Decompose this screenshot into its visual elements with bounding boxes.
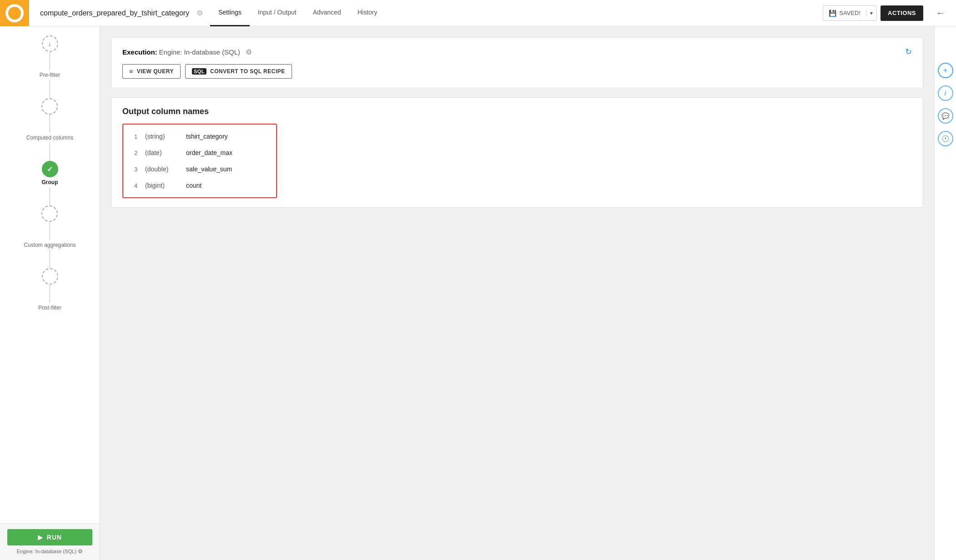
saved-button[interactable]: 💾 SAVED! ▾ bbox=[823, 5, 877, 21]
content-area: Execution: Engine: In-database (SQL) ⚙ ↻… bbox=[100, 26, 934, 560]
pipeline-item-prefilter: ↓ Pre-filter bbox=[40, 35, 60, 98]
play-icon: ▶ bbox=[38, 534, 43, 541]
left-sidebar: ↓ Pre-filter Computed columns ✓ Group bbox=[0, 26, 100, 560]
pipeline-item-computed: Computed columns bbox=[26, 98, 73, 161]
tab-advanced[interactable]: Advanced bbox=[305, 0, 349, 26]
pipeline-line bbox=[50, 285, 50, 303]
col-type-2: (date) bbox=[145, 149, 186, 156]
settings-gear-icon: ⚙ bbox=[196, 9, 203, 17]
group-label[interactable]: Group bbox=[42, 179, 58, 185]
pipeline-line bbox=[50, 80, 50, 98]
execution-card: Execution: Engine: In-database (SQL) ⚙ ↻… bbox=[111, 37, 923, 88]
col-name-4: count bbox=[186, 182, 201, 189]
pipeline-item-postfilter: Post-filter bbox=[38, 268, 61, 313]
execution-gear-icon[interactable]: ⚙ bbox=[246, 48, 252, 56]
actions-button[interactable]: ACTIONS bbox=[881, 5, 923, 21]
clock-icon: 🕐 bbox=[941, 135, 949, 142]
pipeline-line bbox=[50, 250, 50, 268]
columns-table: 1 (string) tshirt_category 2 (date) orde… bbox=[122, 124, 277, 198]
group-circle: ✓ bbox=[42, 161, 58, 177]
convert-sql-button[interactable]: SQL CONVERT TO SQL RECIPE bbox=[185, 64, 292, 79]
pipeline-line bbox=[50, 115, 50, 133]
col-num-2: 2 bbox=[134, 150, 145, 156]
execution-line: Execution: Engine: In-database (SQL) ⚙ ↻ bbox=[122, 47, 912, 57]
clock-button[interactable]: 🕐 bbox=[938, 131, 953, 146]
logo-inner bbox=[8, 7, 21, 20]
col-type-3: (double) bbox=[145, 165, 186, 173]
nav-tabs: Settings Input / Output Advanced History bbox=[210, 0, 385, 26]
execution-label: Execution: bbox=[122, 48, 157, 56]
logo-area[interactable] bbox=[0, 0, 29, 26]
pipeline-item-group: ✓ Group bbox=[42, 161, 58, 205]
saved-chevron-icon[interactable]: ▾ bbox=[866, 10, 876, 16]
col-num-3: 3 bbox=[134, 166, 145, 173]
engine-label: Engine: In-database (SQL) ⚙ bbox=[7, 548, 92, 555]
tab-history[interactable]: History bbox=[349, 0, 386, 26]
check-icon: ✓ bbox=[47, 165, 53, 174]
recipe-title: compute_orders_prepared_by_tshirt_catego… bbox=[40, 9, 189, 17]
pipeline-line bbox=[50, 143, 50, 161]
col-type-1: (string) bbox=[145, 133, 186, 140]
plus-icon: + bbox=[943, 66, 947, 75]
execution-text: Execution: Engine: In-database (SQL) ⚙ bbox=[122, 48, 252, 56]
pipeline-line bbox=[50, 52, 50, 70]
pipeline-line bbox=[50, 222, 50, 240]
tab-settings[interactable]: Settings bbox=[210, 0, 250, 26]
logo-icon bbox=[5, 4, 24, 22]
col-name-3: sale_value_sum bbox=[186, 165, 232, 173]
chat-button[interactable]: 💬 bbox=[938, 108, 953, 124]
col-type-4: (bigint) bbox=[145, 182, 186, 189]
aggregations-circle bbox=[41, 205, 58, 222]
add-button[interactable]: + bbox=[938, 63, 953, 78]
view-query-icon: ≡ bbox=[129, 68, 133, 75]
aggregations-label[interactable]: Custom aggregations bbox=[24, 242, 75, 248]
col-row-4: 4 (bigint) count bbox=[131, 177, 269, 194]
chat-icon: 💬 bbox=[941, 112, 949, 120]
pipeline-wrapper: ↓ Pre-filter Computed columns ✓ Group bbox=[0, 35, 100, 367]
down-arrow-icon: ↓ bbox=[48, 40, 51, 47]
top-header: compute_orders_prepared_by_tshirt_catego… bbox=[0, 0, 956, 26]
info-icon: i bbox=[945, 90, 946, 97]
computed-label[interactable]: Computed columns bbox=[26, 135, 73, 141]
output-card: Output column names 1 (string) tshirt_ca… bbox=[111, 97, 923, 208]
col-name-1: tshirt_category bbox=[186, 133, 228, 140]
btn-row: ≡ VIEW QUERY SQL CONVERT TO SQL RECIPE bbox=[122, 64, 912, 79]
pipeline-line bbox=[50, 187, 50, 205]
saved-label: 💾 SAVED! bbox=[823, 10, 866, 17]
pipeline-item-aggregations: Custom aggregations bbox=[24, 205, 75, 268]
back-button[interactable]: ← bbox=[931, 8, 951, 18]
col-row-2: 2 (date) order_date_max bbox=[131, 145, 269, 161]
col-name-2: order_date_max bbox=[186, 149, 232, 156]
view-query-button[interactable]: ≡ VIEW QUERY bbox=[122, 64, 181, 79]
run-button[interactable]: ▶ RUN bbox=[7, 529, 92, 545]
right-sidebar: + i 💬 🕐 bbox=[934, 26, 956, 560]
sidebar-bottom: ▶ RUN Engine: In-database (SQL) ⚙ bbox=[0, 523, 100, 560]
prefilter-circle: ↓ bbox=[42, 35, 58, 52]
postfilter-circle bbox=[42, 268, 58, 285]
info-button[interactable]: i bbox=[938, 85, 953, 101]
col-row-1: 1 (string) tshirt_category bbox=[131, 128, 269, 145]
postfilter-label[interactable]: Post-filter bbox=[38, 305, 61, 311]
output-title: Output column names bbox=[122, 107, 912, 116]
refresh-button[interactable]: ↻ bbox=[905, 47, 912, 57]
main-layout: ↓ Pre-filter Computed columns ✓ Group bbox=[0, 26, 956, 560]
execution-engine: Engine: In-database (SQL) bbox=[159, 48, 240, 56]
computed-circle bbox=[41, 98, 58, 115]
col-num-4: 4 bbox=[134, 182, 145, 189]
tab-input-output[interactable]: Input / Output bbox=[250, 0, 305, 26]
col-row-3: 3 (double) sale_value_sum bbox=[131, 161, 269, 177]
save-icon: 💾 bbox=[829, 10, 836, 17]
prefilter-label[interactable]: Pre-filter bbox=[40, 72, 60, 78]
col-num-1: 1 bbox=[134, 133, 145, 140]
sql-icon: SQL bbox=[192, 68, 206, 75]
header-right: 💾 SAVED! ▾ ACTIONS ← bbox=[823, 5, 956, 21]
engine-gear-icon[interactable]: ⚙ bbox=[78, 548, 83, 555]
